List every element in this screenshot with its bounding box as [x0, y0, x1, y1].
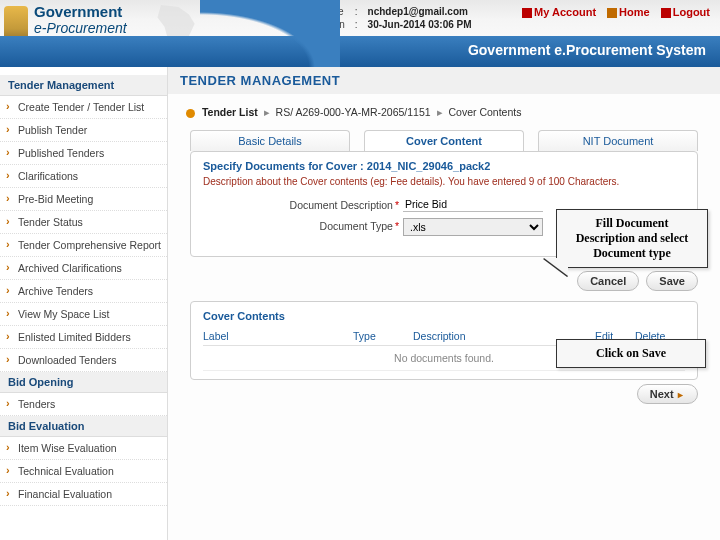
type-label: Document Type* [203, 218, 403, 232]
callout-click-save: Click on Save [556, 339, 706, 368]
tab[interactable]: Cover Content [364, 130, 524, 151]
sidebar-item[interactable]: Published Tenders [0, 142, 167, 165]
banner-text: Government e.Procurement System [468, 42, 706, 58]
breadcrumb-leaf: Cover Contents [448, 106, 521, 118]
sidebar-item[interactable]: Tenders [0, 393, 167, 416]
main-content: TENDER MANAGEMENT Tender List ▸ RS/ A269… [168, 67, 720, 540]
sidebar-item[interactable]: View My Space List [0, 303, 167, 326]
breadcrumb-id: RS/ A269-000-YA-MR-2065/1151 [276, 106, 431, 118]
sidebar-item[interactable]: Tender Comprehensive Report [0, 234, 167, 257]
desc-label: Document Description* [203, 197, 403, 211]
callout-fill-desc: Fill Document Description and select Doc… [556, 209, 708, 268]
sidebar-item[interactable]: Downloaded Tenders [0, 349, 167, 372]
next-row: Next [168, 380, 720, 414]
callout-tail-icon [544, 258, 568, 276]
banner-curve [200, 0, 340, 67]
cover-contents-title: Cover Contents [203, 310, 685, 322]
cancel-button[interactable]: Cancel [577, 271, 639, 291]
logout-link[interactable]: Logout [661, 6, 710, 18]
panel-title: Specify Documents for Cover : 2014_NIC_2… [203, 160, 685, 172]
type-select[interactable]: .xls [403, 218, 543, 236]
home-icon [607, 8, 617, 18]
top-links: My Account Home Logout [514, 6, 710, 18]
sidebar-item[interactable]: Clarifications [0, 165, 167, 188]
lastlogin-value: 30-Jun-2014 03:06 PM [364, 19, 476, 30]
tabs: Basic DetailsCover ContentNIT Document [168, 130, 720, 151]
page-title: TENDER MANAGEMENT [168, 67, 720, 94]
sidebar-item[interactable]: Financial Evaluation [0, 483, 167, 506]
sidebar-heading: Tender Management [0, 75, 167, 96]
user-icon [522, 8, 532, 18]
bullet-icon [186, 109, 195, 118]
logout-icon [661, 8, 671, 18]
sidebar-item[interactable]: Publish Tender [0, 119, 167, 142]
home-link[interactable]: Home [607, 6, 650, 18]
title-line-1: Government [34, 4, 127, 21]
welcome-value: nchdep1@gmail.com [364, 6, 476, 17]
sidebar: Tender ManagementCreate Tender / Tender … [0, 67, 168, 540]
sidebar-heading: Bid Opening [0, 372, 167, 393]
next-button[interactable]: Next [637, 384, 698, 404]
sidebar-item[interactable]: Item Wise Evaluation [0, 437, 167, 460]
col-label: Label [203, 330, 353, 342]
title-line-2: e-Procurement [34, 21, 127, 36]
banner: Government e.Procurement System [0, 36, 720, 67]
sidebar-item[interactable]: Technical Evaluation [0, 460, 167, 483]
sidebar-item[interactable]: Archive Tenders [0, 280, 167, 303]
my-account-link[interactable]: My Account [522, 6, 596, 18]
form-buttons: Cancel Save [168, 267, 720, 301]
tab[interactable]: NIT Document [538, 130, 698, 151]
sidebar-heading: Bid Evaluation [0, 416, 167, 437]
sidebar-item[interactable]: Archived Clarifications [0, 257, 167, 280]
tab[interactable]: Basic Details [190, 130, 350, 151]
breadcrumb-root[interactable]: Tender List [202, 106, 258, 118]
app-header: Government e-Procurement System Welcome … [0, 0, 720, 67]
save-button[interactable]: Save [646, 271, 698, 291]
panel-note: Description about the Cover contents (eg… [203, 176, 685, 187]
sidebar-item[interactable]: Create Tender / Tender List [0, 96, 167, 119]
breadcrumb: Tender List ▸ RS/ A269-000-YA-MR-2065/11… [168, 104, 720, 120]
desc-input[interactable] [403, 197, 543, 212]
col-type: Type [353, 330, 413, 342]
sidebar-item[interactable]: Enlisted Limited Bidders [0, 326, 167, 349]
sidebar-item[interactable]: Tender Status [0, 211, 167, 234]
sidebar-item[interactable]: Pre-Bid Meeting [0, 188, 167, 211]
